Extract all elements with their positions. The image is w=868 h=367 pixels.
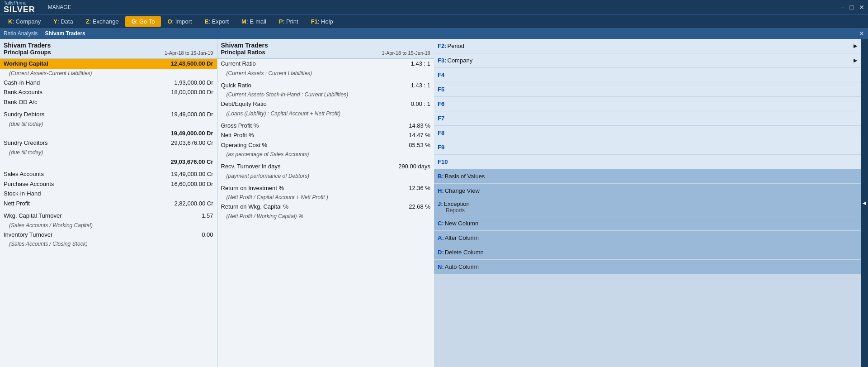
sidebar-wrapper: F2: Period ▶ F3: Company ▶ F4 F5 F6 F7 [434, 39, 868, 367]
row-nett-profit[interactable]: Nett Profit 2,82,000.00 Cr [0, 199, 217, 209]
row-it-sub: (Sales Accounts / Closing Stock) [0, 239, 217, 248]
row-roi-sub: (Nett Profit / Capital Account + Nett Pr… [217, 193, 434, 202]
minimize-button[interactable]: – [841, 4, 844, 11]
row-qr-sub: (Current Assets-Stock-in-Hand : Current … [217, 90, 434, 99]
manage-label: MANAGE [48, 4, 71, 10]
right-company: Shivam Traders [221, 42, 268, 49]
sidebar-f2-period[interactable]: F2: Period ▶ [434, 39, 861, 53]
row-wct-sub: (Sales Accounts / Working Capital) [0, 221, 217, 230]
left-company: Shivam Traders [4, 42, 213, 49]
tab-bar: Ratio Analysis Shivam Traders ✕ [0, 28, 868, 39]
brand: TallyPrime SILVER [4, 0, 35, 14]
row-sundry-debtors[interactable]: Sundry Debtors 19,49,000.00 Dr [0, 110, 217, 119]
sidebar-f5[interactable]: F5 [434, 82, 861, 97]
maximize-button[interactable]: □ [850, 4, 854, 11]
row-rt-sub: (payment performance of Debtors) [217, 172, 434, 181]
left-period: 1-Apr-18 to 15-Jan-19 [165, 50, 213, 56]
tab-left: Ratio Analysis Shivam Traders [4, 30, 85, 37]
row-sc-bold: 29,03,676.00 Cr [0, 157, 217, 167]
left-header-col: Shivam Traders Principal Groups 1-Apr-18… [0, 39, 217, 58]
menu-email[interactable]: M: E-mail [235, 16, 273, 27]
sidebar-n-auto-column[interactable]: N: Auto Column [434, 260, 861, 274]
menu-goto[interactable]: G: Go To [125, 16, 161, 27]
menu-import[interactable]: O: Import [161, 16, 198, 27]
title-left: TallyPrime SILVER MANAGE [4, 0, 71, 14]
row-sd-bold: 19,49,000.00 Dr [0, 129, 217, 138]
sidebar-h-change-view[interactable]: H: Change View [434, 184, 861, 198]
row-working-capital[interactable]: Working Capital 12,43,500.00 Dr [0, 59, 217, 69]
window-controls[interactable]: – □ ✕ [841, 4, 864, 11]
row-wc-sub: (Current Assets-Current Liabilities) [0, 69, 217, 78]
sidebar-c-new-column[interactable]: C: New Column [434, 216, 861, 231]
sidebar-f4[interactable]: F4 [434, 68, 861, 82]
report-header: Shivam Traders Principal Groups 1-Apr-18… [0, 39, 434, 59]
row-sundry-creditors[interactable]: Sundry Creditors 29,03,676.00 Cr [0, 138, 217, 148]
row-debt-equity[interactable]: Debt/Equity Ratio 0.00 : 1 [217, 99, 434, 109]
row-current-ratio[interactable]: Current Ratio 1.43 : 1 [217, 59, 434, 69]
row-return-wkg-capital[interactable]: Return on Wkg. Capital % 22.68 % [217, 202, 434, 212]
sidebar-body: F2: Period ▶ F3: Company ▶ F4 F5 F6 F7 [434, 39, 861, 367]
row-de-sub: (Loans (Liability) : Capital Account + N… [217, 109, 434, 118]
menu-data[interactable]: Y: Data [47, 16, 79, 27]
row-sc-sub: (due till today) [0, 148, 217, 157]
row-nett-profit-pct[interactable]: Nett Profit % 14.47 % [217, 130, 434, 140]
row-stock-in-hand[interactable]: Stock-in-Hand [0, 189, 217, 199]
report-area: Shivam Traders Principal Groups 1-Apr-18… [0, 39, 434, 367]
row-return-investment[interactable]: Return on Investment % 12.36 % [217, 183, 434, 193]
main-area: Shivam Traders Principal Groups 1-Apr-18… [0, 39, 868, 367]
tab-label: Ratio Analysis [4, 30, 38, 37]
left-section: Working Capital 12,43,500.00 Dr (Current… [0, 59, 217, 367]
row-oc-sub: (as percentage of Sales Accounts) [217, 150, 434, 159]
sidebar-f10[interactable]: F10 [434, 155, 861, 169]
tab-company-title: Shivam Traders [45, 30, 85, 37]
sidebar-f9[interactable]: F9 [434, 140, 861, 155]
title-bar: TallyPrime SILVER MANAGE – □ ✕ [0, 0, 868, 14]
row-sd-sub: (due till today) [0, 119, 217, 129]
row-rwc-sub: (Nett Profit / Working Capital) % [217, 212, 434, 221]
row-gross-profit[interactable]: Gross Profit % 14.83 % [217, 121, 434, 131]
sidebar-a-alter-column[interactable]: A: Alter Column [434, 231, 861, 245]
row-cr-sub: (Current Assets : Current Liabilities) [217, 69, 434, 78]
menu-exchange[interactable]: Z: Exchange [80, 16, 125, 27]
row-operating-cost[interactable]: Operating Cost % 85.53 % [217, 140, 434, 150]
sidebar-j-exception-reports[interactable]: J: Exception Reports [434, 198, 861, 216]
left-col-title: Principal Groups [4, 49, 51, 56]
row-wkg-capital-turnover[interactable]: Wkg. Capital Turnover 1.57 [0, 211, 217, 221]
close-button[interactable]: ✕ [859, 4, 864, 11]
f3-arrow-icon: ▶ [854, 57, 857, 63]
sidebar-f7[interactable]: F7 [434, 111, 861, 126]
right-col-title: Principal Ratios [221, 49, 265, 56]
row-purchase-accounts[interactable]: Purchase Accounts 16,60,000.00 Dr [0, 179, 217, 189]
row-cash-in-hand[interactable]: Cash-in-Hand 1,93,000.00 Dr [0, 78, 217, 88]
sidebar-d-delete-column[interactable]: D: Delete Column [434, 245, 861, 260]
f2-arrow-icon: ▶ [854, 43, 857, 49]
menu-bar: K: Company Y: Data Z: Exchange G: Go To … [0, 14, 868, 28]
sidebar-collapse-button[interactable]: ◀ [861, 39, 868, 367]
right-section: Current Ratio 1.43 : 1 (Current Assets :… [217, 59, 434, 367]
exception-reports-line2: Reports [438, 207, 465, 214]
sidebar-f6[interactable]: F6 [434, 97, 861, 111]
menu-print[interactable]: P: Print [273, 16, 305, 27]
report-body: Working Capital 12,43,500.00 Dr (Current… [0, 59, 434, 367]
brand-silver: SILVER [4, 5, 35, 14]
row-bank-accounts[interactable]: Bank Accounts 18,00,000.00 Dr [0, 87, 217, 97]
row-bank-od[interactable]: Bank OD A/c [0, 97, 217, 107]
row-sales-accounts[interactable]: Sales Accounts 19,49,000.00 Cr [0, 169, 217, 179]
tab-close-button[interactable]: ✕ [859, 30, 864, 37]
menu-export[interactable]: E: Export [198, 16, 235, 27]
right-header-col: Shivam Traders Principal Ratios 1-Apr-18… [217, 39, 434, 58]
menu-help[interactable]: F1: Help [305, 16, 340, 27]
sidebar-b-basis[interactable]: B: Basis of Values [434, 169, 861, 184]
right-period: 1-Apr-18 to 15-Jan-19 [382, 50, 430, 56]
row-inventory-turnover[interactable]: Inventory Turnover 0.00 [0, 230, 217, 240]
menu-company[interactable]: K: Company [2, 16, 47, 27]
row-quick-ratio[interactable]: Quick Ratio 1.43 : 1 [217, 81, 434, 91]
sidebar-f3-company[interactable]: F3: Company ▶ [434, 53, 861, 68]
row-recv-turnover[interactable]: Recv. Turnover in days 290.00 days [217, 162, 434, 172]
sidebar-f8[interactable]: F8 [434, 126, 861, 140]
